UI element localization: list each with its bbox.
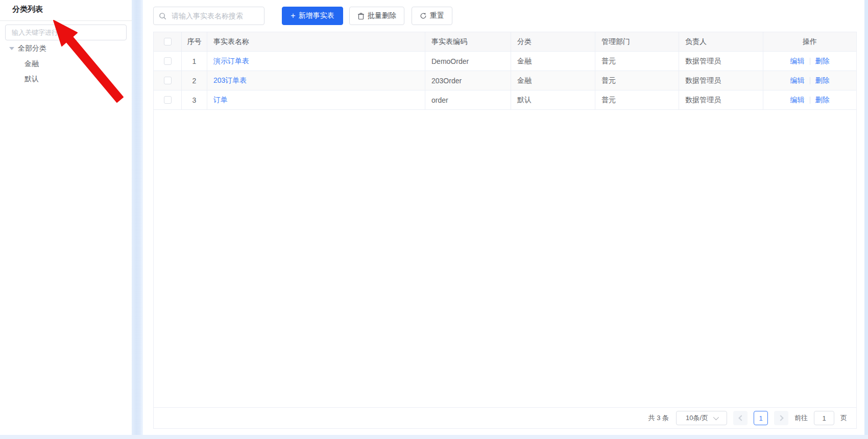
goto-label: 前往 <box>794 413 808 423</box>
row-owner: 数据管理员 <box>679 52 763 71</box>
delete-link[interactable]: 删除 <box>815 96 830 105</box>
row-code: order <box>425 90 511 109</box>
pagination-bar: 共 3 条 10条/页 1 前往 页 <box>154 407 856 428</box>
row-code: DemoOrder <box>425 52 511 71</box>
sidebar-main-divider-strip <box>132 0 143 435</box>
add-fact-table-label: 新增事实表 <box>299 11 334 20</box>
goto-page-suffix: 页 <box>840 413 847 423</box>
header-select-all-cell <box>154 32 182 51</box>
row-department: 普元 <box>595 52 679 71</box>
page-number-button[interactable]: 1 <box>754 411 768 425</box>
row-owner: 数据管理员 <box>679 71 763 90</box>
batch-delete-label: 批量删除 <box>368 11 396 20</box>
header-owner: 负责人 <box>679 32 763 51</box>
row-department: 普元 <box>595 71 679 90</box>
trash-icon <box>357 12 365 20</box>
category-tree: 全部分类 金融 默认 <box>0 41 132 87</box>
tree-node-label: 全部分类 <box>18 44 46 53</box>
edit-link[interactable]: 编辑 <box>790 76 805 85</box>
refresh-icon <box>420 12 427 19</box>
header-actions: 操作 <box>763 32 856 51</box>
delete-link[interactable]: 删除 <box>815 57 830 66</box>
edit-link[interactable]: 编辑 <box>790 57 805 66</box>
table-header-row: 序号 事实表名称 事实表编码 分类 管理部门 负责人 操作 <box>154 32 856 52</box>
header-index: 序号 <box>182 32 207 51</box>
add-fact-table-button[interactable]: + 新增事实表 <box>282 7 343 25</box>
fact-table-management-page: 分类列表 全部分类 金融 默认 <box>0 0 868 439</box>
chevron-left-icon <box>738 415 744 421</box>
fact-table-name-link[interactable]: 订单 <box>213 96 228 105</box>
category-sidebar: 分类列表 全部分类 金融 默认 <box>0 0 132 435</box>
table-row: 3 订单 order 默认 普元 数据管理员 编辑 删除 <box>154 90 856 110</box>
reset-button[interactable]: 重置 <box>412 7 452 25</box>
tree-node-finance[interactable]: 金融 <box>0 56 132 72</box>
search-icon <box>159 12 166 20</box>
select-all-checkbox[interactable] <box>164 38 172 45</box>
delete-link[interactable]: 删除 <box>815 76 830 85</box>
action-separator <box>810 97 810 104</box>
right-edge-strip <box>864 0 868 435</box>
bottom-edge-strip <box>0 435 868 439</box>
header-name: 事实表名称 <box>207 32 425 51</box>
fact-table-search-box[interactable] <box>153 7 264 25</box>
row-category: 默认 <box>511 90 595 109</box>
tree-node-default[interactable]: 默认 <box>0 72 132 87</box>
tree-node-all-categories[interactable]: 全部分类 <box>0 41 132 56</box>
main-content: + 新增事实表 批量删除 重置 <box>143 0 864 435</box>
row-checkbox[interactable] <box>164 77 172 84</box>
page-size-select[interactable]: 10条/页 <box>676 411 727 425</box>
chevron-down-icon <box>713 414 719 420</box>
action-separator <box>810 58 810 65</box>
page-size-value: 10条/页 <box>686 413 708 423</box>
next-page-button[interactable] <box>774 411 788 425</box>
row-code: 203Order <box>425 71 511 90</box>
plus-icon: + <box>291 12 295 20</box>
row-department: 普元 <box>595 90 679 109</box>
toolbar: + 新增事实表 批量删除 重置 <box>153 7 858 25</box>
table-row: 1 演示订单表 DemoOrder 金融 普元 数据管理员 编辑 删除 <box>154 52 856 71</box>
row-checkbox[interactable] <box>164 96 172 104</box>
pagination-total: 共 3 条 <box>648 413 669 423</box>
batch-delete-button[interactable]: 批量删除 <box>349 7 404 25</box>
sidebar-title: 分类列表 <box>12 5 43 14</box>
row-index: 2 <box>182 71 207 90</box>
caret-down-icon[interactable] <box>9 47 14 50</box>
row-checkbox[interactable] <box>164 57 172 65</box>
prev-page-button[interactable] <box>733 411 748 425</box>
row-category: 金融 <box>511 52 595 71</box>
table-row: 2 203订单表 203Order 金融 普元 数据管理员 编辑 删除 <box>154 71 856 90</box>
category-filter-input[interactable] <box>5 25 127 40</box>
fact-table-container: 序号 事实表名称 事实表编码 分类 管理部门 负责人 操作 1 演示订单表 De… <box>153 32 857 429</box>
row-category: 金融 <box>511 71 595 90</box>
chevron-right-icon <box>778 415 783 421</box>
reset-label: 重置 <box>430 11 444 20</box>
tree-node-label: 默认 <box>25 75 39 84</box>
row-index: 3 <box>182 90 207 109</box>
action-separator <box>810 77 810 84</box>
sidebar-divider <box>0 20 132 21</box>
header-department: 管理部门 <box>595 32 679 51</box>
goto-page-input[interactable] <box>814 411 834 425</box>
fact-table-name-link[interactable]: 203订单表 <box>213 76 247 85</box>
fact-table-search-input[interactable] <box>171 11 259 20</box>
header-category: 分类 <box>511 32 595 51</box>
fact-table-name-link[interactable]: 演示订单表 <box>213 57 249 66</box>
row-owner: 数据管理员 <box>679 90 763 109</box>
tree-node-label: 金融 <box>25 59 39 68</box>
header-code: 事实表编码 <box>425 32 511 51</box>
edit-link[interactable]: 编辑 <box>790 96 805 105</box>
row-index: 1 <box>182 52 207 71</box>
